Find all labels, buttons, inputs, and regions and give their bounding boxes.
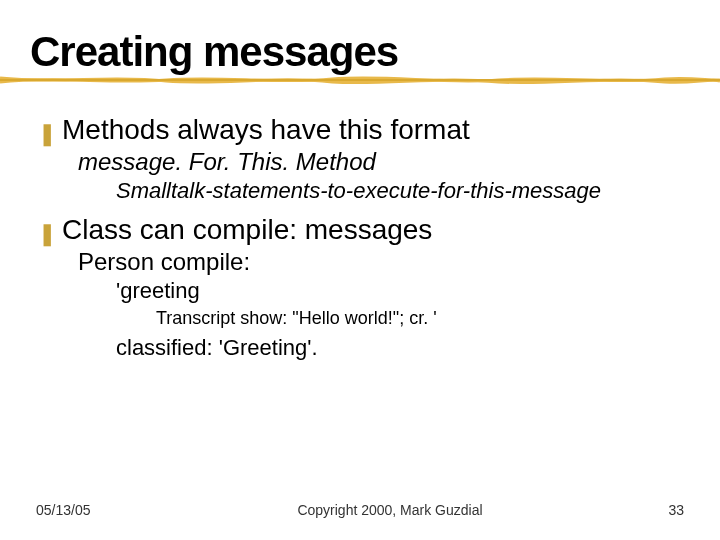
bullet-2: ❚ Class can compile: messages xyxy=(38,214,690,246)
bullet-1-text: Methods always have this format xyxy=(62,114,470,146)
footer-page-number: 33 xyxy=(624,502,684,518)
bullet-1: ❚ Methods always have this format xyxy=(38,114,690,146)
bullet-1-sub2: Smalltalk-statements-to-execute-for-this… xyxy=(116,178,690,204)
bullet-2-text: Class can compile: messages xyxy=(62,214,432,246)
footer-date: 05/13/05 xyxy=(36,502,156,518)
dingbat-icon: ❚ xyxy=(38,223,56,245)
bullet-2-sub3: Transcript show: "Hello world!"; cr. ' xyxy=(156,308,690,329)
slide-body: ❚ Methods always have this format messag… xyxy=(30,114,690,361)
bullet-2-sub2: 'greeting xyxy=(116,278,690,304)
slide-footer: 05/13/05 Copyright 2000, Mark Guzdial 33 xyxy=(0,502,720,518)
slide-title-block: Creating messages xyxy=(30,28,690,76)
bullet-2-sub1: Person compile: xyxy=(78,248,690,276)
bullet-1-sub1: message. For. This. Method xyxy=(78,148,690,176)
dingbat-icon: ❚ xyxy=(38,123,56,145)
slide-title: Creating messages xyxy=(30,28,690,76)
bullet-2-sub4: classified: 'Greeting'. xyxy=(116,335,690,361)
footer-copyright: Copyright 2000, Mark Guzdial xyxy=(156,502,624,518)
